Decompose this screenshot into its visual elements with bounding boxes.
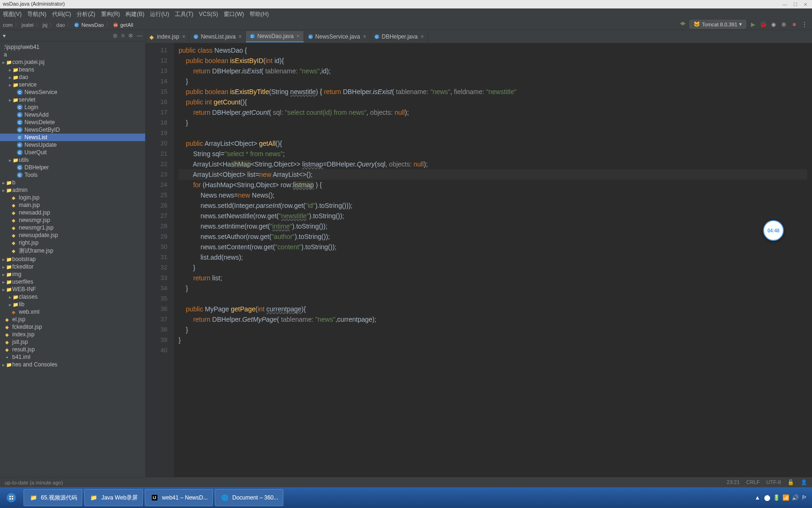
tray-icon[interactable]: ▲ xyxy=(754,494,761,501)
crumb-method[interactable]: getAll xyxy=(120,22,133,28)
line-number[interactable]: 15 xyxy=(148,87,167,97)
tree-item[interactable]: ◆web.xml xyxy=(0,308,145,316)
line-number[interactable]: 22 xyxy=(148,159,167,169)
stop-icon[interactable]: ■ xyxy=(790,21,798,28)
tree-item[interactable]: ▪b41.iml xyxy=(0,353,145,361)
tree-item[interactable]: ▸ 📁hes and Consoles xyxy=(0,361,145,368)
code-line[interactable]: News news=new News(); xyxy=(179,190,807,200)
tree-item[interactable]: CNewsService xyxy=(0,88,145,96)
tree-item[interactable]: ▸ 📁lib xyxy=(0,301,145,308)
code-line[interactable] xyxy=(179,294,807,304)
line-number[interactable]: 31 xyxy=(148,252,167,262)
profile-icon[interactable]: ⊕ xyxy=(780,21,788,28)
tree-item[interactable]: ◆测试frame.jsp xyxy=(0,246,145,255)
menu-refactor[interactable]: 重构(R) xyxy=(101,10,120,18)
menu-analyze[interactable]: 分析(Z) xyxy=(77,10,95,18)
editor-tab[interactable]: CNewsList.java× xyxy=(189,31,246,42)
close-icon[interactable]: × xyxy=(238,33,242,40)
line-number[interactable]: 37 xyxy=(148,314,167,325)
tree-item[interactable]: CNewsDelete xyxy=(0,119,145,126)
code-line[interactable]: news.setId(Integer.parseInt(row.get("id"… xyxy=(179,200,807,211)
menu-build[interactable]: 构建(B) xyxy=(125,10,144,18)
tree-item[interactable]: ▸ 📁com.jxatei.jsj xyxy=(0,58,145,66)
tree-item[interactable]: ◆newsmgr1.jsp xyxy=(0,224,145,231)
line-number[interactable]: 26 xyxy=(148,200,167,211)
code-line[interactable]: return list; xyxy=(179,273,807,283)
taskbar-item[interactable]: IJweb41 – NewsD... xyxy=(145,489,213,506)
code-line[interactable] xyxy=(179,345,807,356)
code-line[interactable]: } xyxy=(179,325,807,335)
tree-item[interactable]: ▸ 📁dao xyxy=(0,73,145,81)
line-number[interactable]: 12 xyxy=(148,56,167,66)
line-separator[interactable]: CRLF xyxy=(746,479,760,485)
code-line[interactable]: news.setNewstitle(row.get("newstitle").t… xyxy=(179,211,807,221)
gutter[interactable]: 1112131415161718192021222324252627282930… xyxy=(146,43,174,482)
code-line[interactable]: } xyxy=(179,283,807,294)
taskbar-item[interactable]: 📁Java Web录屏 xyxy=(84,489,143,506)
tree-item[interactable]: ▸ 📁img xyxy=(0,270,145,278)
editor-tab[interactable]: CNewsService.java× xyxy=(304,31,370,42)
code-line[interactable]: news.setIntime(row.get("intime").toStrin… xyxy=(179,221,807,231)
taskbar-item[interactable]: 📁65.视频源代码 xyxy=(23,489,82,506)
line-number[interactable]: 38 xyxy=(148,325,167,335)
tree-item[interactable]: ◆el.jsp xyxy=(0,316,145,323)
tree-item[interactable]: ▸ 📁fckeditor xyxy=(0,263,145,270)
line-number[interactable]: 39 xyxy=(148,335,167,345)
editor-tab[interactable]: CNewsDao.java× xyxy=(246,31,304,42)
line-number[interactable]: 20 xyxy=(148,138,167,149)
tree-item[interactable]: ◆result.jsp xyxy=(0,346,145,353)
code[interactable]: public class NewsDao { public boolean is… xyxy=(174,43,812,482)
code-line[interactable]: public boolean isExistByTitle(String new… xyxy=(179,87,807,97)
code-line[interactable]: } xyxy=(179,118,807,128)
line-number[interactable]: 21 xyxy=(148,149,167,159)
menu-run[interactable]: 运行(U) xyxy=(150,10,169,18)
menu-help[interactable]: 帮助(H) xyxy=(250,10,269,18)
tray-icon[interactable]: 📶 xyxy=(782,494,789,501)
tree-item[interactable]: CNewsAdd xyxy=(0,111,145,119)
tray-icon[interactable]: 🏳 xyxy=(801,494,808,501)
tree-item[interactable]: ▸ 📁b xyxy=(0,179,145,186)
inspector-icon[interactable]: 👤 xyxy=(801,479,807,485)
tray-speaker-icon[interactable]: 🔊 xyxy=(791,494,799,501)
menu-code[interactable]: 代码(C) xyxy=(52,10,71,18)
run-configuration[interactable]: 🐱 Tomcat 8.0.391 ▾ xyxy=(689,20,746,29)
line-number[interactable]: 30 xyxy=(148,242,167,252)
code-line[interactable]: public class NewsDao { xyxy=(179,45,807,56)
tree-item[interactable]: ◆jstl.jsp xyxy=(0,338,145,346)
tree-item[interactable]: CNewsUpdate xyxy=(0,141,145,149)
tree-item[interactable]: ◆fckeditor.jsp xyxy=(0,323,145,331)
code-line[interactable]: return DBHelper.GetMyPage( tablename: "n… xyxy=(179,314,807,325)
line-number[interactable]: 28 xyxy=(148,221,167,231)
editor-tab[interactable]: ◆index.jsp× xyxy=(146,31,189,42)
tree-item[interactable]: ◆right.jsp xyxy=(0,239,145,246)
crumb-jxatei[interactable]: jxatei xyxy=(22,22,34,28)
close-icon[interactable]: × xyxy=(421,33,424,40)
minimize-button[interactable]: — xyxy=(780,1,789,8)
code-line[interactable]: public int getCount(){ xyxy=(179,97,807,107)
debug-icon[interactable]: 🐞 xyxy=(759,21,767,28)
tree-item[interactable]: ◆main.jsp xyxy=(0,201,145,209)
code-line[interactable]: return DBHelper.isExist( tablename: "new… xyxy=(179,66,807,76)
tree-item[interactable]: ◆newsmgr.jsp xyxy=(0,216,145,224)
project-root-sub[interactable]: a xyxy=(0,51,145,58)
line-number[interactable]: 33 xyxy=(148,273,167,283)
crumb-jsj[interactable]: jsj xyxy=(42,22,47,28)
code-line[interactable]: } xyxy=(179,76,807,87)
code-line[interactable]: ArrayList<Object> list=new ArrayList<>()… xyxy=(179,169,807,180)
code-line[interactable]: news.setContent(row.get("content").toStr… xyxy=(179,242,807,252)
more-icon[interactable]: ⋮ xyxy=(801,21,808,28)
close-button[interactable]: ✕ xyxy=(801,1,810,8)
crumb-com[interactable]: com xyxy=(3,22,13,28)
timer-bubble[interactable]: 04:48 xyxy=(763,220,784,241)
code-line[interactable]: list.add(news); xyxy=(179,252,807,262)
tree-item[interactable]: CTools xyxy=(0,171,145,179)
code-line[interactable]: for (HashMap<String,Object> row:listmap … xyxy=(179,180,807,190)
cursor-position[interactable]: 23:21 xyxy=(727,479,740,485)
line-number[interactable]: 13 xyxy=(148,66,167,76)
menu-navigate[interactable]: 导航(N) xyxy=(27,10,47,18)
taskbar-item[interactable]: 🌐Document – 360... xyxy=(215,489,283,506)
line-number[interactable]: 36 xyxy=(148,304,167,314)
tray-icon[interactable]: ⬤ xyxy=(763,494,771,501)
line-number[interactable]: 11 xyxy=(148,45,167,56)
close-icon[interactable]: × xyxy=(182,33,185,40)
